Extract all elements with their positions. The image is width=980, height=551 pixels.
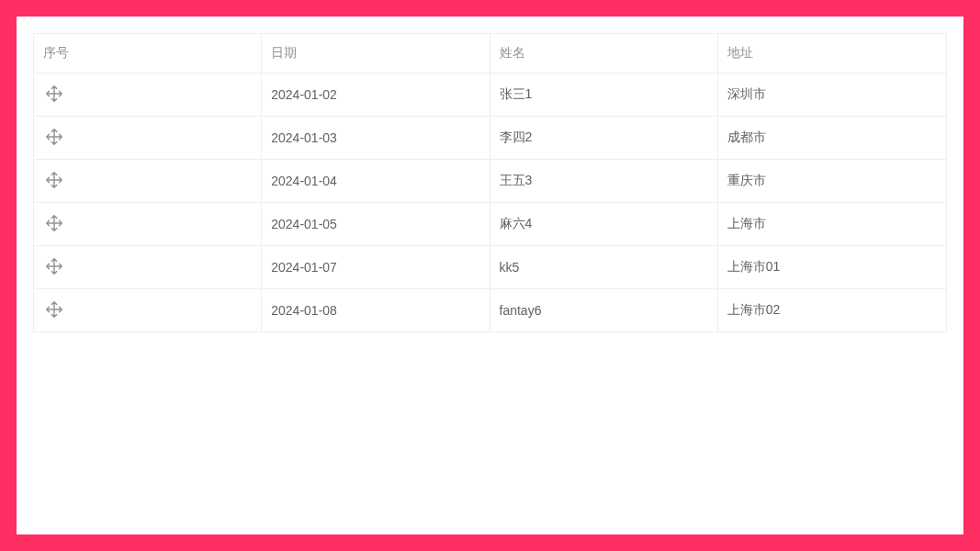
drag-handle-icon[interactable] <box>43 212 65 234</box>
cell-date: 2024-01-07 <box>271 260 337 275</box>
table-row: 2024-01-05 麻六4 上海市 <box>34 203 946 246</box>
cell-date: 2024-01-03 <box>271 130 337 145</box>
cell-address: 上海市02 <box>727 302 781 317</box>
header-address: 地址 <box>718 34 946 73</box>
table-row: 2024-01-03 李四2 成都市 <box>34 117 946 160</box>
table-row: 2024-01-02 张三1 深圳市 <box>34 73 946 117</box>
cell-date: 2024-01-04 <box>271 174 337 188</box>
page-container: 序号 日期 姓名 地址 2024-01-02 张三1 深圳市 <box>17 17 963 534</box>
cell-name: 李四2 <box>500 129 533 144</box>
table-row: 2024-01-07 kk5 上海市01 <box>34 246 946 289</box>
drag-handle-icon[interactable] <box>43 255 65 277</box>
cell-date: 2024-01-02 <box>271 87 337 102</box>
table-row: 2024-01-04 王五3 重庆市 <box>34 160 946 203</box>
cell-address: 上海市 <box>727 216 766 231</box>
data-table: 序号 日期 姓名 地址 2024-01-02 张三1 深圳市 <box>33 33 947 332</box>
cell-date: 2024-01-05 <box>271 217 337 231</box>
drag-handle-icon[interactable] <box>43 298 65 320</box>
drag-handle-icon[interactable] <box>43 169 65 191</box>
header-name: 姓名 <box>490 34 718 73</box>
table-row: 2024-01-08 fantay6 上海市02 <box>34 289 946 332</box>
cell-name: fantay6 <box>500 303 542 318</box>
drag-handle-icon[interactable] <box>43 83 65 105</box>
cell-date: 2024-01-08 <box>271 303 337 318</box>
cell-name: 王五3 <box>500 173 533 187</box>
header-date: 日期 <box>262 34 490 73</box>
cell-address: 深圳市 <box>727 86 766 101</box>
cell-name: kk5 <box>500 260 520 275</box>
table-header-row: 序号 日期 姓名 地址 <box>34 34 946 73</box>
header-index: 序号 <box>34 34 262 73</box>
cell-name: 麻六4 <box>500 216 533 231</box>
cell-name: 张三1 <box>500 86 533 101</box>
table-body: 2024-01-02 张三1 深圳市 2024-01-03 李四2 成都市 <box>34 73 946 332</box>
cell-address: 重庆市 <box>727 173 766 187</box>
cell-address: 上海市01 <box>727 259 781 274</box>
cell-address: 成都市 <box>727 129 766 144</box>
drag-handle-icon[interactable] <box>43 126 65 148</box>
